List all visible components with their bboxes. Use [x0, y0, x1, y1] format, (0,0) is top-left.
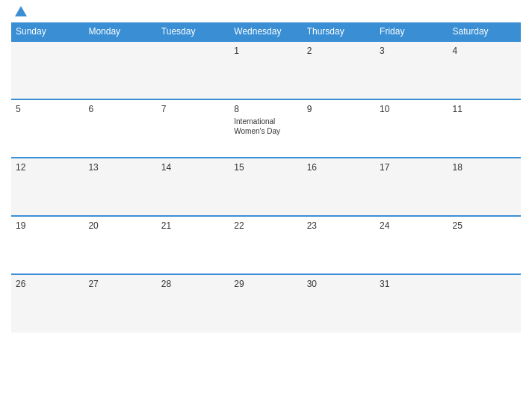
calendar-cell: 17 [375, 158, 448, 216]
calendar-week-row: 12131415161718 [11, 158, 521, 216]
day-number: 18 [453, 162, 516, 173]
calendar-cell: 20 [84, 216, 156, 274]
calendar-cell: 27 [84, 274, 156, 333]
weekday-header-tuesday: Tuesday [157, 22, 229, 41]
calendar-week-row: 262728293031 [11, 274, 521, 333]
event-label: International Women's Day [234, 117, 297, 136]
day-number: 10 [380, 104, 443, 114]
weekday-header-monday: Monday [84, 22, 156, 41]
calendar-cell [157, 41, 229, 99]
calendar-cell: 15 [229, 158, 302, 216]
weekday-header-wednesday: Wednesday [229, 22, 302, 41]
day-number: 30 [307, 279, 371, 289]
calendar-cell: 6 [84, 99, 156, 158]
calendar-cell [84, 41, 156, 99]
calendar-cell: 22 [229, 216, 302, 274]
day-number: 14 [161, 162, 225, 173]
day-number: 9 [307, 104, 371, 114]
calendar-cell: 4 [448, 41, 521, 99]
calendar-cell: 31 [375, 274, 448, 333]
day-number: 22 [234, 220, 297, 231]
day-number: 23 [307, 220, 371, 231]
calendar-cell: 7 [157, 99, 229, 158]
calendar-cell: 13 [84, 158, 156, 216]
calendar-cell: 21 [157, 216, 229, 274]
calendar-week-row: 1234 [11, 41, 521, 99]
calendar-cell: 16 [303, 158, 375, 216]
calendar-cell: 1 [229, 41, 302, 99]
calendar-cell: 18 [448, 158, 521, 216]
day-number: 28 [161, 279, 225, 289]
day-number: 27 [88, 279, 152, 289]
day-number: 3 [380, 46, 443, 56]
calendar-cell: 23 [303, 216, 375, 274]
weekday-header-sunday: Sunday [11, 22, 84, 41]
calendar-cell: 9 [303, 99, 375, 158]
day-number: 13 [88, 162, 152, 173]
day-number: 17 [380, 162, 443, 173]
day-number: 12 [16, 162, 79, 173]
calendar-week-row: 19202122232425 [11, 216, 521, 274]
calendar-cell [11, 41, 84, 99]
day-number: 29 [234, 279, 297, 289]
calendar-cell: 19 [11, 216, 84, 274]
logo [11, 7, 27, 16]
day-number: 20 [88, 220, 152, 231]
day-number: 25 [453, 220, 516, 231]
calendar-cell [448, 274, 521, 333]
logo-triangle-icon [15, 6, 27, 16]
calendar-cell: 2 [303, 41, 375, 99]
day-number: 24 [380, 220, 443, 231]
calendar-week-row: 5678International Women's Day91011 [11, 99, 521, 158]
day-number: 15 [234, 162, 297, 173]
calendar-cell: 28 [157, 274, 229, 333]
calendar-page: SundayMondayTuesdayWednesdayThursdayFrid… [0, 0, 532, 411]
calendar-cell: 29 [229, 274, 302, 333]
day-number: 5 [16, 104, 79, 114]
day-number: 7 [161, 104, 225, 114]
day-number: 31 [380, 279, 443, 289]
weekday-header-saturday: Saturday [448, 22, 521, 41]
day-number: 1 [234, 46, 297, 56]
calendar-cell: 12 [11, 158, 84, 216]
calendar-cell: 10 [375, 99, 448, 158]
weekday-header-friday: Friday [375, 22, 448, 41]
calendar-cell: 26 [11, 274, 84, 333]
calendar-table: SundayMondayTuesdayWednesdayThursdayFrid… [11, 22, 521, 333]
day-number: 16 [307, 162, 371, 173]
calendar-cell: 14 [157, 158, 229, 216]
calendar-cell: 11 [448, 99, 521, 158]
calendar-cell: 5 [11, 99, 84, 158]
day-number: 11 [453, 104, 516, 114]
calendar-cell: 3 [375, 41, 448, 99]
day-number: 6 [88, 104, 152, 114]
calendar-cell: 25 [448, 216, 521, 274]
day-number: 26 [16, 279, 79, 289]
calendar-cell: 30 [303, 274, 375, 333]
calendar-cell: 24 [375, 216, 448, 274]
header [11, 7, 521, 16]
day-number: 8 [234, 104, 297, 114]
day-number: 19 [16, 220, 79, 231]
day-number: 2 [307, 46, 371, 56]
day-number: 4 [453, 46, 516, 56]
day-number: 21 [161, 220, 225, 231]
calendar-cell: 8International Women's Day [229, 99, 302, 158]
weekday-header-row: SundayMondayTuesdayWednesdayThursdayFrid… [11, 22, 521, 41]
weekday-header-thursday: Thursday [303, 22, 375, 41]
